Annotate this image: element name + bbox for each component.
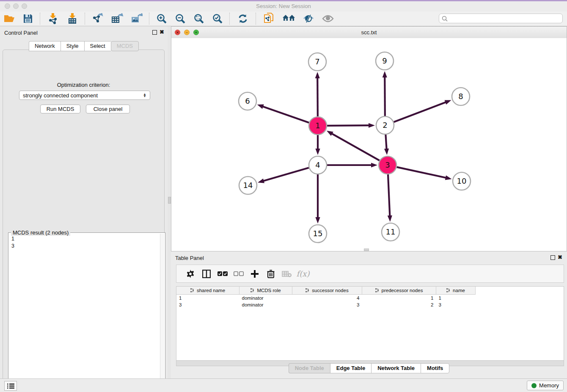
graph-node-9[interactable]: 9 bbox=[376, 52, 394, 70]
graph-node-3[interactable]: 3 bbox=[379, 156, 396, 174]
criterion-dropdown[interactable]: strongly connected component ▲▼ bbox=[19, 91, 150, 100]
control-panel-close-button[interactable]: ✖ bbox=[160, 29, 164, 35]
splitter-grip[interactable] bbox=[168, 197, 171, 204]
global-search[interactable] bbox=[439, 14, 563, 23]
tab-network-table[interactable]: Network Table bbox=[371, 363, 421, 373]
table-cell[interactable]: 3 bbox=[436, 301, 476, 308]
tab-motifs[interactable]: Motifs bbox=[421, 363, 449, 373]
run-mcds-button[interactable]: Run MCDS bbox=[40, 105, 80, 113]
graph-node-10[interactable]: 10 bbox=[453, 172, 471, 190]
zoom-out-icon bbox=[175, 14, 185, 24]
delete-table-button[interactable] bbox=[279, 268, 295, 280]
mcds-result-text[interactable]: 1 3 bbox=[11, 235, 14, 250]
copy-network-button[interactable] bbox=[259, 12, 279, 25]
edge-2-9[interactable] bbox=[383, 71, 387, 116]
memory-button[interactable]: Memory bbox=[527, 381, 564, 390]
column-header-predecessor-nodes[interactable]: predecessor nodes bbox=[362, 287, 436, 295]
table-row[interactable]: 1dominator411 bbox=[176, 295, 476, 302]
open-file-button[interactable] bbox=[0, 12, 19, 25]
tab-style[interactable]: Style bbox=[61, 41, 84, 51]
import-table-button[interactable] bbox=[63, 12, 82, 25]
deselect-all-button[interactable] bbox=[231, 268, 247, 280]
show-graphics-button[interactable] bbox=[318, 12, 338, 25]
edge-4-15[interactable] bbox=[315, 174, 320, 224]
tab-node-table[interactable]: Node Table bbox=[289, 363, 330, 373]
edge-3-1[interactable] bbox=[327, 131, 380, 160]
graph-node-14[interactable]: 14 bbox=[239, 177, 257, 194]
task-history-button[interactable] bbox=[4, 381, 17, 391]
tab-network[interactable]: Network bbox=[29, 41, 61, 51]
column-header-name[interactable]: name bbox=[436, 287, 476, 295]
zoom-in-icon bbox=[157, 14, 167, 24]
graph-node-8[interactable]: 8 bbox=[452, 88, 470, 105]
close-panel-button[interactable]: Close panel bbox=[86, 105, 130, 113]
edge-3-10[interactable] bbox=[396, 167, 451, 180]
edge-1-6[interactable] bbox=[257, 105, 309, 123]
graph-node-11[interactable]: 11 bbox=[382, 223, 399, 241]
graph-node-15[interactable]: 15 bbox=[309, 225, 327, 243]
zoom-fit-button[interactable] bbox=[190, 12, 208, 25]
table-cell[interactable]: dominator bbox=[239, 295, 292, 302]
network-window-titlebar[interactable]: ✕ − + scc.txt bbox=[171, 27, 567, 39]
edge-1-2[interactable] bbox=[327, 123, 375, 128]
node-table[interactable]: shared nameMCDS rolesuccessor nodesprede… bbox=[176, 286, 564, 361]
table-cell[interactable]: 3 bbox=[292, 301, 362, 308]
select-all-button[interactable] bbox=[215, 268, 231, 280]
graph-node-4[interactable]: 4 bbox=[309, 156, 327, 174]
refresh-button[interactable] bbox=[233, 12, 253, 25]
table-row[interactable]: 3dominator323 bbox=[176, 301, 476, 308]
attribute-icon bbox=[190, 288, 195, 293]
export-table-button[interactable] bbox=[107, 12, 127, 25]
table-settings-button[interactable] bbox=[182, 268, 198, 280]
graph-node-6[interactable]: 6 bbox=[239, 92, 256, 110]
network-canvas[interactable]: 7968124314101511 bbox=[171, 38, 567, 251]
edge-4-14[interactable] bbox=[258, 168, 309, 183]
column-header-successor-nodes[interactable]: successor nodes bbox=[292, 287, 362, 295]
hide-graphics-button[interactable] bbox=[299, 12, 318, 25]
table-toolbar: f(x) bbox=[176, 265, 564, 283]
trash-icon bbox=[267, 270, 275, 278]
edge-2-8[interactable] bbox=[394, 100, 451, 122]
zoom-in-button[interactable] bbox=[152, 12, 171, 25]
table-cell[interactable]: 4 bbox=[292, 295, 362, 302]
delete-column-button[interactable] bbox=[263, 268, 279, 280]
graph-node-7[interactable]: 7 bbox=[308, 53, 326, 71]
import-network-button[interactable] bbox=[43, 12, 63, 25]
tab-mcds[interactable]: MCDS bbox=[111, 41, 139, 51]
table-panel-close-button[interactable]: ✖ bbox=[558, 254, 562, 260]
save-session-button[interactable] bbox=[19, 12, 37, 25]
function-builder-button[interactable]: f(x) bbox=[295, 268, 311, 280]
network-bottom-grip[interactable] bbox=[364, 248, 369, 251]
network-graph[interactable]: 7968124314101511 bbox=[171, 38, 567, 251]
export-network-button[interactable] bbox=[88, 12, 107, 25]
table-panel-float-button[interactable] bbox=[550, 255, 555, 260]
table-cell[interactable]: 1 bbox=[436, 295, 476, 302]
panel-splitter[interactable] bbox=[168, 26, 171, 378]
tab-select[interactable]: Select bbox=[84, 41, 111, 51]
graph-node-2[interactable]: 2 bbox=[376, 116, 394, 134]
table-panel-tabs: Node TableEdge TableNetwork TableMotifs bbox=[171, 363, 567, 373]
table-cell[interactable]: 1 bbox=[176, 295, 239, 302]
table-cell[interactable]: dominator bbox=[239, 301, 292, 308]
zoom-selected-button[interactable] bbox=[208, 12, 227, 25]
add-column-button[interactable] bbox=[247, 268, 263, 280]
table-cell[interactable]: 1 bbox=[362, 295, 436, 302]
graph-node-1[interactable]: 1 bbox=[309, 117, 327, 135]
toggle-panes-button[interactable] bbox=[198, 268, 215, 280]
edge-2-3[interactable] bbox=[384, 135, 389, 155]
table-cell[interactable]: 2 bbox=[362, 301, 436, 308]
home-layout-button[interactable] bbox=[279, 12, 299, 25]
export-image-button[interactable] bbox=[127, 12, 146, 25]
edge-1-7[interactable] bbox=[315, 72, 320, 116]
zoom-out-button[interactable] bbox=[171, 12, 190, 25]
column-header-MCDS-role[interactable]: MCDS role bbox=[239, 287, 292, 295]
column-header-shared-name[interactable]: shared name bbox=[176, 287, 239, 295]
search-input[interactable] bbox=[448, 15, 560, 22]
mcds-result-scrollbar[interactable] bbox=[160, 234, 164, 390]
table-cell[interactable]: 3 bbox=[176, 301, 239, 308]
tab-edge-table[interactable]: Edge Table bbox=[330, 363, 371, 373]
edge-3-11[interactable] bbox=[388, 174, 392, 222]
edge-4-3[interactable] bbox=[327, 163, 377, 167]
edge-1-4[interactable] bbox=[315, 135, 320, 155]
control-panel-float-button[interactable] bbox=[152, 30, 157, 35]
